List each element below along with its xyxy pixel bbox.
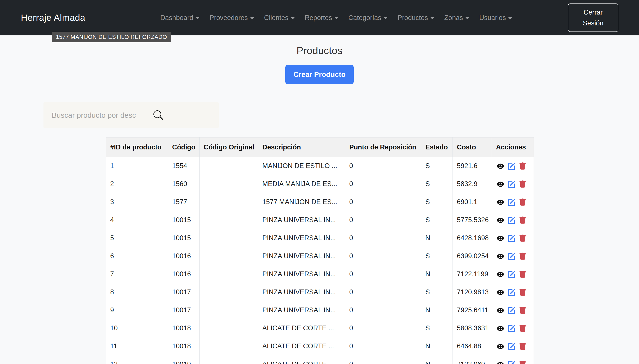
cell-acciones: [492, 211, 534, 229]
cell-id: 6: [106, 247, 168, 265]
eye-icon: [497, 307, 504, 314]
search-input[interactable]: [52, 111, 147, 120]
cell-estado: N: [421, 337, 453, 355]
nav-item-zonas[interactable]: Zonas: [444, 14, 469, 22]
table-row: 21560MEDIA MANIJA DE ES...0S5832.9: [106, 175, 534, 193]
eye-icon: [497, 234, 504, 242]
pencil-square-icon: [508, 162, 515, 170]
chevron-down-icon: [384, 17, 388, 19]
nav-item-label: Proveedores: [209, 14, 248, 22]
view-product-button[interactable]: [495, 162, 506, 170]
edit-product-button[interactable]: [506, 252, 517, 260]
cell-acciones: [492, 157, 534, 175]
delete-product-button[interactable]: [517, 180, 528, 188]
edit-product-button[interactable]: [506, 234, 517, 242]
cell-id: 8: [106, 283, 168, 301]
view-product-button[interactable]: [495, 361, 506, 364]
table-header-row: #ID de producto Código Código Original D…: [106, 138, 534, 157]
delete-product-button[interactable]: [517, 343, 528, 350]
cell-estado: N: [421, 265, 453, 283]
create-product-button[interactable]: Crear Producto: [285, 65, 354, 84]
delete-product-button[interactable]: [517, 234, 528, 242]
view-product-button[interactable]: [495, 325, 506, 332]
cell-codigo-original: [199, 247, 258, 265]
cell-acciones: [492, 175, 534, 193]
cell-punto-reposicion: 0: [345, 265, 421, 283]
view-product-button[interactable]: [495, 234, 506, 242]
nav-item-clientes[interactable]: Clientes: [264, 14, 295, 22]
cell-costo: 6399.0254: [453, 247, 492, 265]
cell-descripcion: ALICATE DE CORTE ...: [258, 319, 345, 337]
delete-product-button[interactable]: [517, 307, 528, 314]
brand[interactable]: Herraje Almada: [21, 12, 85, 23]
view-product-button[interactable]: [495, 216, 506, 224]
edit-product-button[interactable]: [506, 180, 517, 188]
nav-item-reportes[interactable]: Reportes: [305, 14, 339, 22]
delete-product-button[interactable]: [517, 216, 528, 224]
delete-product-button[interactable]: [517, 361, 528, 364]
cell-acciones: [492, 319, 534, 337]
cell-acciones: [492, 337, 534, 355]
edit-product-button[interactable]: [506, 343, 517, 350]
view-product-button[interactable]: [495, 343, 506, 350]
table-row: 410015PINZA UNIVERSAL IN...0S5775.5326: [106, 211, 534, 229]
cell-costo: 6428.1698: [453, 229, 492, 247]
chevron-down-icon: [250, 17, 254, 19]
edit-product-button[interactable]: [506, 270, 517, 278]
edit-product-button[interactable]: [506, 162, 517, 170]
cell-codigo-original: [199, 283, 258, 301]
nav-item-dashboard[interactable]: Dashboard: [160, 14, 199, 22]
cell-acciones: [492, 301, 534, 319]
cell-codigo: 10017: [168, 301, 199, 319]
header-punto-reposicion: Punto de Reposición: [345, 138, 421, 157]
cell-punto-reposicion: 0: [345, 355, 421, 364]
delete-product-button[interactable]: [517, 198, 528, 206]
trash-icon: [519, 289, 526, 296]
edit-product-button[interactable]: [506, 325, 517, 332]
edit-product-button[interactable]: [506, 361, 517, 364]
view-product-button[interactable]: [495, 307, 506, 314]
view-product-button[interactable]: [495, 289, 506, 296]
logout-button[interactable]: Cerrar Sesión: [568, 4, 618, 32]
edit-product-button[interactable]: [506, 198, 517, 206]
table-row: 1210019ALICATE DE CORTE ...0N7122.069: [106, 355, 534, 364]
delete-product-button[interactable]: [517, 289, 528, 296]
nav-item-proveedores[interactable]: Proveedores: [209, 14, 254, 22]
nav-item-label: Zonas: [444, 14, 463, 22]
view-product-button[interactable]: [495, 198, 506, 206]
cell-acciones: [492, 229, 534, 247]
cell-codigo-original: [199, 193, 258, 211]
page-title: Productos: [0, 44, 639, 56]
nav-item-label: Categorías: [349, 14, 382, 22]
edit-product-button[interactable]: [506, 289, 517, 296]
search-icon: [153, 110, 163, 120]
table-row: 810017PINZA UNIVERSAL IN...0S7120.9813: [106, 283, 534, 301]
cell-descripcion: ALICATE DE CORTE ...: [258, 337, 345, 355]
nav-item-productos[interactable]: Productos: [398, 14, 434, 22]
search-icon[interactable]: [153, 110, 163, 120]
delete-product-button[interactable]: [517, 270, 528, 278]
delete-product-button[interactable]: [517, 325, 528, 332]
delete-product-button[interactable]: [517, 252, 528, 260]
cell-costo: 6464.88: [453, 337, 492, 355]
cell-codigo: 10015: [168, 229, 199, 247]
nav-item-categorias[interactable]: Categorías: [349, 14, 388, 22]
delete-product-button[interactable]: [517, 162, 528, 170]
trash-icon: [519, 216, 526, 224]
cell-codigo-original: [199, 301, 258, 319]
cell-id: 3: [106, 193, 168, 211]
cell-codigo: 1554: [168, 157, 199, 175]
view-product-button[interactable]: [495, 252, 506, 260]
cell-descripcion: PINZA UNIVERSAL IN...: [258, 247, 345, 265]
nav-item-usuarios[interactable]: Usuarios: [479, 14, 512, 22]
edit-product-button[interactable]: [506, 307, 517, 314]
view-product-button[interactable]: [495, 270, 506, 278]
cell-acciones: [492, 265, 534, 283]
table-row: 510015PINZA UNIVERSAL IN...0N6428.1698: [106, 229, 534, 247]
eye-icon: [497, 216, 504, 224]
view-product-button[interactable]: [495, 180, 506, 188]
nav-item-label: Reportes: [305, 14, 332, 22]
edit-product-button[interactable]: [506, 216, 517, 224]
cell-descripcion: PINZA UNIVERSAL IN...: [258, 283, 345, 301]
eye-icon: [497, 361, 504, 364]
